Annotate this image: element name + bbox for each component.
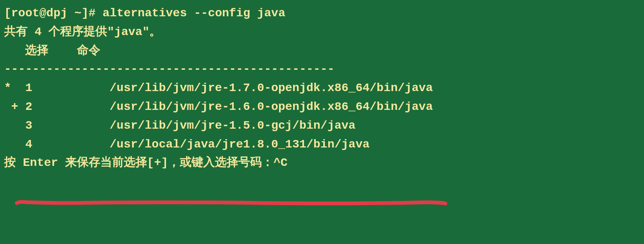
highlight-annotation [15,196,447,202]
prompt-open-bracket: [ [4,7,11,20]
prompt-at: @ [39,7,46,20]
alternative-row: + 2 /usr/lib/jvm/jre-1.6.0-openjdk.x86_6… [4,98,640,117]
header-line: 选择 命令 [4,42,640,61]
prompt-host: dpj [46,7,67,20]
alternative-row: * 1 /usr/lib/jvm/jre-1.7.0-openjdk.x86_6… [4,79,640,98]
divider-line: ----------------------------------------… [4,60,640,79]
prompt-line: [root@dpj ~]# alternatives --config java [4,4,640,23]
prompt-close-bracket: ] [82,7,89,20]
command-text: alternatives --config java [102,7,285,20]
alternative-row: 3 /usr/lib/jvm/jre-1.5.0-gcj/bin/java [4,117,640,135]
prompt-symbol: # [89,7,96,20]
prompt-user: root [11,7,39,20]
summary-line: 共有 4 个程序提供"java"。 [4,23,640,42]
prompt-path: ~ [74,7,82,20]
footer-prompt[interactable]: 按 Enter 来保存当前选择[+]，或键入选择号码：^C [4,154,640,173]
alternative-row: 4 /usr/local/java/jre1.8.0_131/bin/java [4,135,640,154]
